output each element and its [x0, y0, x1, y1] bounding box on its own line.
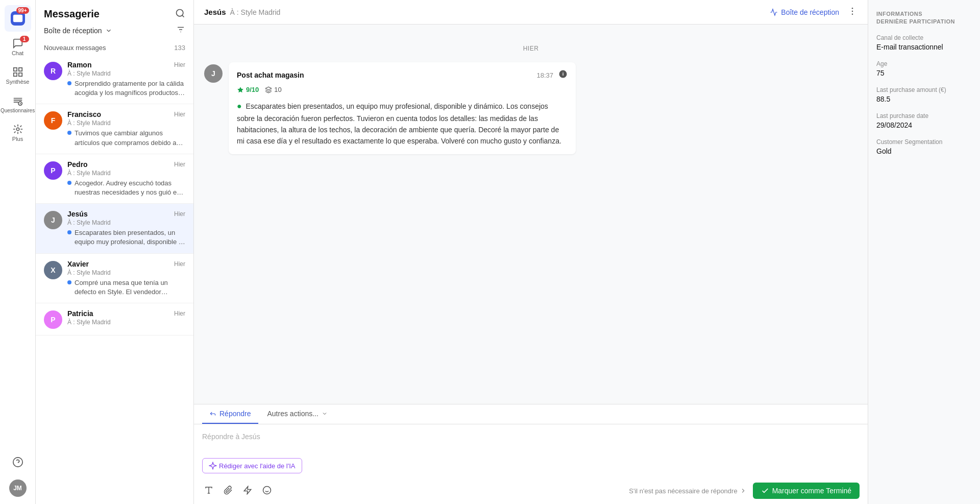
- nav-synthese-label: Synthèse: [6, 79, 30, 85]
- more-options-button[interactable]: [847, 6, 857, 18]
- svg-marker-22: [244, 486, 251, 494]
- svg-rect-2: [18, 68, 21, 71]
- info-panel: INFORMATIONSDERNIÈRE PARTICIPATION Canal…: [868, 0, 980, 504]
- user-initials: JM: [13, 485, 22, 492]
- message-time: Hier: [174, 161, 185, 168]
- ai-button[interactable]: Rédiger avec l'aide de l'IA: [202, 458, 302, 473]
- new-messages-label: Nouveaux messages: [44, 44, 106, 52]
- new-messages-count: 133: [174, 44, 185, 52]
- user-avatar[interactable]: JM: [9, 479, 27, 497]
- message-sub: À : Style Madrid: [67, 269, 185, 276]
- avatar: R: [44, 62, 62, 80]
- info-field-purchase-date: Last purchase date 29/08/2024: [876, 112, 972, 129]
- nav-chat[interactable]: 1 Chat: [5, 34, 31, 60]
- bubble-text: ● Escaparates bien presentados, un equip…: [237, 100, 568, 147]
- emoji-button[interactable]: [260, 484, 274, 498]
- svg-marker-18: [237, 87, 243, 92]
- message-sub: À : Style Madrid: [67, 319, 185, 326]
- info-label-segmentation: Customer Segmentation: [876, 138, 972, 146]
- sender-name: Ramon: [67, 61, 91, 69]
- sidebar-header: Messagerie: [36, 0, 193, 25]
- info-icon[interactable]: i: [558, 69, 568, 81]
- nav-questionnaires[interactable]: Questionnaires: [5, 91, 31, 117]
- svg-point-15: [852, 14, 853, 15]
- list-item[interactable]: P Patricia Hier À : Style Madrid: [36, 303, 193, 335]
- message-sub: À : Style Madrid: [67, 119, 185, 127]
- message-content: Ramon Hier À : Style Madrid Sorprendido …: [67, 61, 185, 98]
- svg-line-9: [182, 15, 184, 17]
- message-time: Hier: [174, 111, 185, 118]
- message-bubble-row: J Post achat magasin 18:37 i: [204, 62, 857, 154]
- message-sub: À : Style Madrid: [67, 70, 185, 77]
- reply-placeholder: Répondre à Jesús: [202, 430, 860, 443]
- message-preview: Acogedor. Audrey escuchó todas nuestras …: [75, 179, 185, 197]
- list-item[interactable]: F Francisco Hier À : Style Madrid Tuvimo…: [36, 104, 193, 154]
- svg-point-6: [16, 128, 19, 131]
- nav-messagerie[interactable]: 99+: [5, 5, 31, 32]
- quick-reply-button[interactable]: [241, 484, 254, 498]
- attachment-button[interactable]: [222, 484, 235, 498]
- list-item[interactable]: X Xavier Hier À : Style Madrid Compré un…: [36, 254, 193, 303]
- avatar: J: [44, 211, 62, 229]
- bubble-card: Post achat magasin 18:37 i 9/10: [229, 62, 576, 154]
- inbox-label: Boîte de réception: [44, 27, 102, 35]
- svg-marker-19: [265, 87, 272, 90]
- reply-tab-repondre-label: Répondre: [219, 410, 251, 418]
- message-content: Patricia Hier À : Style Madrid: [67, 309, 185, 328]
- list-item[interactable]: R Ramon Hier À : Style Madrid Sorprendid…: [36, 55, 193, 104]
- bubble-avatar: J: [204, 64, 223, 83]
- inbox-link-label: Boîte de réception: [781, 8, 839, 16]
- ai-button-row: Rédiger avec l'aide de l'IA: [194, 455, 868, 477]
- svg-rect-3: [13, 73, 16, 76]
- info-value-purchase-amount: 88.5: [876, 95, 972, 103]
- score-value: 9/10: [246, 86, 259, 93]
- nav-plus-label: Plus: [12, 136, 23, 142]
- chat-main: Jesús À : Style Madrid Boîte de réceptio…: [194, 0, 868, 504]
- nav-help[interactable]: [5, 449, 31, 475]
- info-field-purchase-amount: Last purchase amount (€) 88.5: [876, 86, 972, 103]
- chat-to-label: À : Style Madrid: [230, 8, 281, 16]
- mark-done-button[interactable]: Marquer comme Terminé: [753, 483, 860, 499]
- sidebar-section-header: Nouveaux messages 133: [36, 41, 193, 55]
- avatar: P: [44, 310, 62, 329]
- sidebar-title: Messagerie: [44, 8, 100, 20]
- messagerie-badge: 99+: [16, 7, 29, 14]
- bubble-content: Post achat magasin 18:37 i 9/10: [229, 62, 857, 154]
- sender-name: Francisco: [67, 110, 101, 118]
- autres-actions-label: Autres actions...: [267, 410, 318, 418]
- list-item-active[interactable]: J Jesús Hier À : Style Madrid Escaparate…: [36, 204, 193, 253]
- message-content: Francisco Hier À : Style Madrid Tuvimos …: [67, 110, 185, 147]
- search-button[interactable]: [175, 8, 185, 20]
- reply-input-area[interactable]: Répondre à Jesús: [194, 424, 868, 455]
- format-text-button[interactable]: [202, 484, 215, 498]
- bubble-time: 18:37: [536, 71, 553, 79]
- avatar: P: [44, 161, 62, 180]
- chat-sender: Jesús: [204, 8, 226, 16]
- bubble-scores: 9/10 10: [237, 86, 568, 93]
- unread-dot: [67, 81, 71, 85]
- nav-questionnaires-label: Questionnaires: [1, 108, 35, 113]
- info-value-age: 75: [876, 69, 972, 77]
- list-item[interactable]: P Pedro Hier À : Style Madrid Acogedor. …: [36, 154, 193, 204]
- chat-header: Jesús À : Style Madrid Boîte de réceptio…: [194, 0, 868, 25]
- unread-dot: [67, 131, 71, 135]
- ai-button-label: Rédiger avec l'aide de l'IA: [219, 462, 296, 470]
- nav-synthese[interactable]: Synthèse: [5, 62, 31, 89]
- info-label-age: Age: [876, 60, 972, 67]
- svg-rect-4: [18, 73, 21, 76]
- svg-point-23: [263, 486, 271, 494]
- date-divider: HIER: [204, 45, 857, 52]
- message-preview: Escaparates bien presentados, un equipo …: [75, 228, 185, 247]
- message-list: R Ramon Hier À : Style Madrid Sorprendid…: [36, 55, 193, 504]
- icon-bar: 99+ 1 Chat Synthèse Questionnaires Plus: [0, 0, 36, 504]
- toolbar-right: S'il n'est pas nécessaire de répondre Ma…: [629, 483, 860, 499]
- score-green: 9/10: [237, 86, 259, 93]
- reply-tab-repondre[interactable]: Répondre: [202, 404, 258, 424]
- inbox-selector[interactable]: Boîte de réception: [44, 27, 112, 35]
- message-content: Xavier Hier À : Style Madrid Compré una …: [67, 260, 185, 297]
- inbox-link[interactable]: Boîte de réception: [770, 8, 839, 16]
- filter-button[interactable]: [176, 25, 185, 36]
- nav-plus[interactable]: Plus: [5, 119, 31, 146]
- reply-tab-autres[interactable]: Autres actions...: [260, 404, 335, 424]
- sender-name: Pedro: [67, 160, 88, 169]
